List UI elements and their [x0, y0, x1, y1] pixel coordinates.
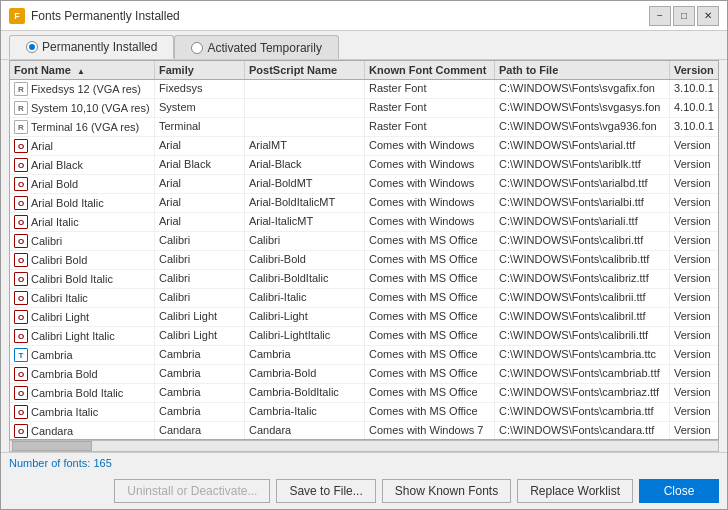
cell-known: Comes with Windows [365, 137, 495, 155]
table-body[interactable]: R Fixedsys 12 (VGA res) Fixedsys Raster … [10, 80, 718, 439]
cell-path: C:\WINDOWS\Fonts\svgafix.fon [495, 80, 670, 98]
cell-path: C:\WINDOWS\Fonts\calibrii.ttf [495, 289, 670, 307]
cell-family: Calibri [155, 251, 245, 269]
font-type-icon: O [14, 291, 28, 305]
table-row[interactable]: R Fixedsys 12 (VGA res) Fixedsys Raster … [10, 80, 718, 99]
table-row[interactable]: O Calibri Light Italic Calibri Light Cal… [10, 327, 718, 346]
table-row[interactable]: R Terminal 16 (VGA res) Terminal Raster … [10, 118, 718, 137]
col-header-known[interactable]: Known Font Comment [365, 61, 495, 79]
tab-radio-permanently [26, 41, 38, 53]
table-row[interactable]: O Calibri Italic Calibri Calibri-Italic … [10, 289, 718, 308]
font-type-icon: O [14, 272, 28, 286]
fonts-table: Font Name ▲ Family PostScript Name Known… [9, 60, 719, 440]
title-bar-left: F Fonts Permanently Installed [9, 8, 180, 24]
tab-activated-temporarily[interactable]: Activated Temporarily [174, 35, 339, 59]
cell-font-name: R Terminal 16 (VGA res) [10, 118, 155, 136]
font-type-icon: O [14, 367, 28, 381]
table-row[interactable]: O Cambria Bold Italic Cambria Cambria-Bo… [10, 384, 718, 403]
cell-version: Version [670, 194, 718, 212]
table-row[interactable]: O Arial Bold Italic Arial Arial-BoldItal… [10, 194, 718, 213]
font-type-icon: O [14, 196, 28, 210]
table-row[interactable]: O Candara Candara Candara Comes with Win… [10, 422, 718, 439]
cell-path: C:\WINDOWS\Fonts\cambriaz.ttf [495, 384, 670, 402]
cell-font-name: O Calibri Bold [10, 251, 155, 269]
table-row[interactable]: R System 10,10 (VGA res) System Raster F… [10, 99, 718, 118]
font-type-icon: O [14, 139, 28, 153]
scrollbar-thumb-h[interactable] [12, 441, 92, 451]
cell-known: Raster Font [365, 80, 495, 98]
cell-postscript: Calibri-BoldItalic [245, 270, 365, 288]
close-window-button[interactable]: ✕ [697, 6, 719, 26]
cell-postscript: Arial-ItalicMT [245, 213, 365, 231]
cell-font-name: O Calibri Light [10, 308, 155, 326]
window-title: Fonts Permanently Installed [31, 9, 180, 23]
cell-known: Comes with MS Office [365, 232, 495, 250]
table-row[interactable]: O Arial Arial ArialMT Comes with Windows… [10, 137, 718, 156]
cell-path: C:\WINDOWS\Fonts\cambria.ttf [495, 403, 670, 421]
cell-known: Comes with MS Office [365, 327, 495, 345]
table-row[interactable]: T Cambria Cambria Cambria Comes with MS … [10, 346, 718, 365]
cell-postscript [245, 80, 365, 98]
save-button[interactable]: Save to File... [276, 479, 375, 503]
cell-version: 3.10.0.1 [670, 80, 718, 98]
font-type-icon: T [14, 348, 28, 362]
table-row[interactable]: O Cambria Bold Cambria Cambria-Bold Come… [10, 365, 718, 384]
cell-family: Calibri [155, 270, 245, 288]
main-window: F Fonts Permanently Installed − □ ✕ Perm… [0, 0, 728, 510]
cell-version: Version [670, 346, 718, 364]
table-row[interactable]: O Calibri Light Calibri Light Calibri-Li… [10, 308, 718, 327]
font-count-value: 165 [93, 457, 111, 469]
table-row[interactable]: O Calibri Calibri Calibri Comes with MS … [10, 232, 718, 251]
cell-family: Arial [155, 175, 245, 193]
font-type-icon: O [14, 405, 28, 419]
cell-font-name: O Arial Italic [10, 213, 155, 231]
table-row[interactable]: O Arial Black Arial Black Arial-Black Co… [10, 156, 718, 175]
tab-permanently-installed[interactable]: Permanently Installed [9, 35, 174, 59]
col-header-postscript[interactable]: PostScript Name [245, 61, 365, 79]
cell-postscript: ArialMT [245, 137, 365, 155]
table-header: Font Name ▲ Family PostScript Name Known… [10, 61, 718, 80]
table-row[interactable]: O Arial Bold Arial Arial-BoldMT Comes wi… [10, 175, 718, 194]
cell-version: Version [670, 384, 718, 402]
font-type-icon: O [14, 424, 28, 438]
cell-family: Arial [155, 194, 245, 212]
col-header-font-name[interactable]: Font Name ▲ [10, 61, 155, 79]
col-header-path[interactable]: Path to File [495, 61, 670, 79]
cell-font-name: O Cambria Bold Italic [10, 384, 155, 402]
cell-family: Cambria [155, 346, 245, 364]
table-row[interactable]: O Calibri Bold Calibri Calibri-Bold Come… [10, 251, 718, 270]
cell-path: C:\WINDOWS\Fonts\cambria.ttc [495, 346, 670, 364]
uninstall-button[interactable]: Uninstall or Deactivate... [114, 479, 270, 503]
horizontal-scrollbar[interactable] [9, 440, 719, 452]
tab-temporarily-label: Activated Temporarily [207, 41, 322, 55]
font-count-label: Number of fonts: [9, 457, 90, 469]
cell-path: C:\WINDOWS\Fonts\calibrili.ttf [495, 327, 670, 345]
cell-known: Comes with MS Office [365, 289, 495, 307]
cell-version: 4.10.0.1 [670, 99, 718, 117]
cell-version: Version [670, 289, 718, 307]
col-header-family[interactable]: Family [155, 61, 245, 79]
table-row[interactable]: O Calibri Bold Italic Calibri Calibri-Bo… [10, 270, 718, 289]
cell-postscript [245, 99, 365, 117]
app-icon: F [9, 8, 25, 24]
cell-family: Arial [155, 137, 245, 155]
cell-postscript: Calibri-Bold [245, 251, 365, 269]
cell-known: Raster Font [365, 99, 495, 117]
col-header-version[interactable]: Version [670, 61, 719, 79]
cell-font-name: O Arial Bold Italic [10, 194, 155, 212]
replace-worklist-button[interactable]: Replace Worklist [517, 479, 633, 503]
cell-family: System [155, 99, 245, 117]
button-bar: Uninstall or Deactivate... Save to File.… [1, 473, 727, 509]
cell-path: C:\WINDOWS\Fonts\vga936.fon [495, 118, 670, 136]
font-type-icon: R [14, 120, 28, 134]
table-row[interactable]: O Cambria Italic Cambria Cambria-Italic … [10, 403, 718, 422]
show-known-fonts-button[interactable]: Show Known Fonts [382, 479, 511, 503]
close-button[interactable]: Close [639, 479, 719, 503]
minimize-button[interactable]: − [649, 6, 671, 26]
cell-version: Version [670, 251, 718, 269]
font-type-icon: O [14, 158, 28, 172]
maximize-button[interactable]: □ [673, 6, 695, 26]
cell-known: Comes with Windows [365, 175, 495, 193]
table-row[interactable]: O Arial Italic Arial Arial-ItalicMT Come… [10, 213, 718, 232]
cell-family: Calibri Light [155, 327, 245, 345]
